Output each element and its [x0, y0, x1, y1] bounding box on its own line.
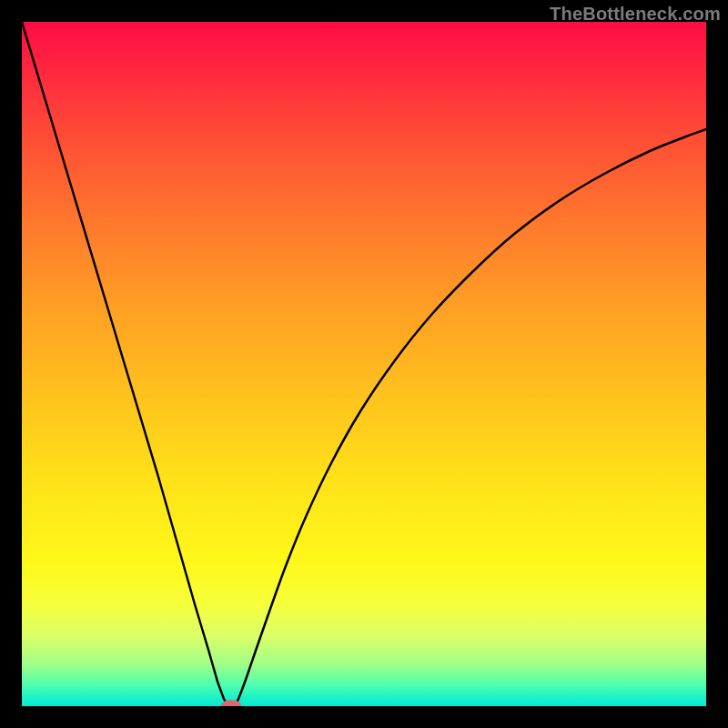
chart-svg [22, 22, 706, 706]
right-branch-curve [235, 129, 706, 705]
chart-plot-area [22, 22, 706, 706]
left-branch-curve [22, 22, 228, 705]
watermark-text: TheBottleneck.com [550, 4, 721, 25]
